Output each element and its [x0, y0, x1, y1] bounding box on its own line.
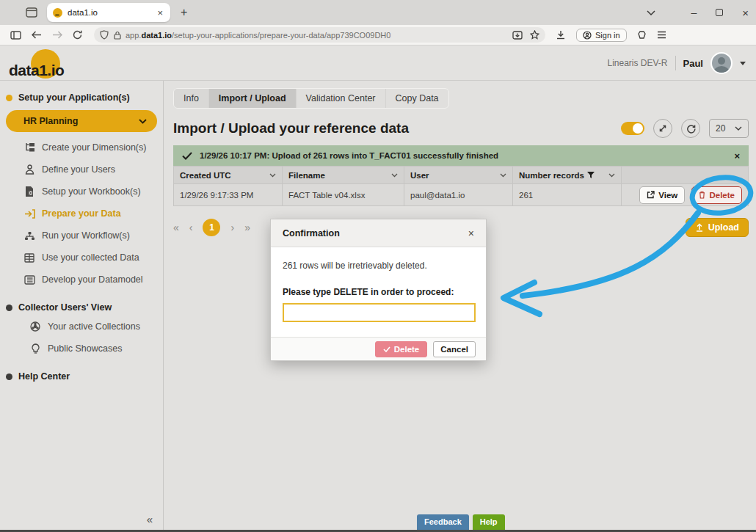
back-button[interactable] — [32, 31, 42, 39]
check-icon — [182, 152, 192, 160]
browser-tab-bar: data1.io × + – × — [0, 0, 756, 25]
upload-icon — [695, 223, 704, 232]
cell-user: paul@data1.io — [404, 184, 513, 206]
uploads-table: Created UTC Filename User Number records… — [173, 166, 749, 206]
view-button[interactable]: View — [639, 186, 685, 204]
new-tab-button[interactable]: + — [181, 6, 187, 19]
delete-confirm-input[interactable] — [283, 303, 476, 322]
help-button[interactable]: Help — [473, 514, 505, 530]
app-menu-icon[interactable] — [657, 31, 666, 39]
app-logo[interactable]: data1.io — [9, 51, 75, 79]
reload-button[interactable] — [73, 30, 82, 40]
page-current[interactable]: 1 — [203, 219, 220, 236]
logo-text: data1.io — [9, 62, 64, 79]
window-minimize-button[interactable]: – — [691, 7, 697, 18]
table-row: 1/29/26 9:17:33 PM FACT Table v04.xlsx p… — [174, 184, 749, 206]
user-name: Paul — [683, 58, 703, 69]
upload-button[interactable]: Upload — [686, 218, 749, 237]
sidebar-item-public-showcases[interactable]: Public Showcases — [0, 338, 163, 360]
banner-close-icon[interactable]: × — [734, 150, 740, 161]
page-prev-button[interactable]: ‹ — [189, 222, 193, 233]
sidebar-item-prepare-data[interactable]: Prepare your Data — [0, 203, 163, 225]
dimensions-icon — [23, 142, 35, 153]
content-tabs: Info Import / Upload Validation Center C… — [173, 88, 449, 109]
expand-button[interactable] — [653, 119, 672, 138]
signin-button[interactable]: Sign in — [576, 29, 627, 42]
col-header-number-records[interactable]: Number records — [513, 167, 622, 184]
modal-cancel-button[interactable]: Cancel — [433, 341, 476, 357]
page-next-button[interactable]: › — [230, 222, 234, 233]
workbooks-icon — [23, 186, 35, 197]
success-banner: 1/29/26 10:17 PM: Upload of 261 rows int… — [173, 145, 749, 166]
forward-button[interactable] — [52, 31, 62, 39]
sidebar-item-create-dimensions[interactable]: Create your Dimension(s) — [0, 136, 163, 158]
section-bullet-icon — [6, 95, 12, 101]
datamodel-icon — [23, 275, 35, 285]
tab-list-chevron-icon[interactable] — [647, 10, 655, 15]
sidebar-section-collector: Collector Users' View — [6, 302, 163, 313]
page-size-select[interactable]: 20 — [709, 119, 749, 138]
sidebar-item-run-workflows[interactable]: Run your Workflow(s) — [0, 225, 163, 247]
col-header-created-utc[interactable]: Created UTC — [174, 167, 283, 184]
check-icon — [383, 346, 390, 352]
sidebar-toggle-icon[interactable] — [10, 31, 21, 40]
tab-validation-center[interactable]: Validation Center — [297, 89, 386, 108]
window-close-button[interactable]: × — [742, 7, 749, 19]
section-bullet-icon — [6, 305, 12, 311]
sidebar-item-setup-workbooks[interactable]: Setup your Workbook(s) — [0, 181, 163, 203]
sidebar: Setup your Application(s) HR Planning Cr… — [0, 81, 164, 530]
toolbar-right-icons: Sign in — [556, 29, 666, 42]
avatar[interactable] — [710, 52, 733, 74]
sidebar-collapse-button[interactable]: « — [147, 513, 153, 525]
save-page-icon[interactable] — [512, 31, 523, 40]
auto-refresh-toggle[interactable] — [621, 122, 644, 135]
delete-button[interactable]: Delete — [691, 186, 742, 204]
col-header-actions — [622, 167, 749, 184]
collections-icon — [29, 321, 41, 332]
extensions-icon[interactable] — [637, 30, 647, 40]
browser-tab[interactable]: data1.io × — [47, 3, 170, 22]
address-bar[interactable]: app.data1.io/setup-your-applications/pre… — [94, 27, 545, 43]
app-selector-hr-planning[interactable]: HR Planning — [6, 110, 157, 132]
window-maximize-button[interactable] — [716, 9, 723, 16]
filter-icon[interactable] — [587, 172, 595, 178]
sidebar-section-help: Help Center — [6, 371, 163, 382]
lock-icon[interactable] — [114, 31, 121, 40]
tab-copy-data[interactable]: Copy Data — [386, 89, 448, 108]
chevron-down-icon — [608, 173, 615, 178]
users-icon — [23, 164, 35, 175]
shield-icon[interactable] — [100, 30, 109, 40]
user-menu-caret-icon[interactable] — [740, 62, 746, 65]
col-header-filename[interactable]: Filename — [283, 167, 404, 184]
app-header: data1.io Linearis DEV-R Paul — [0, 45, 756, 81]
bookmark-star-icon[interactable] — [530, 30, 539, 40]
modal-close-icon[interactable]: × — [468, 227, 474, 239]
banner-message: 1/29/26 10:17 PM: Upload of 261 rows int… — [200, 151, 727, 160]
tab-import-upload[interactable]: Import / Upload — [209, 89, 297, 108]
browser-toolbar: app.data1.io/setup-your-applications/pre… — [0, 25, 756, 45]
firefox-view-icon[interactable] — [22, 4, 41, 21]
modal-delete-button[interactable]: Delete — [375, 341, 428, 357]
downloads-icon[interactable] — [556, 30, 566, 40]
col-header-user[interactable]: User — [404, 167, 513, 184]
chevron-down-icon — [269, 173, 276, 178]
external-link-icon — [647, 191, 655, 199]
sidebar-item-develop-datamodel[interactable]: Develop your Datamodel — [0, 269, 163, 291]
chevron-down-icon — [391, 173, 398, 178]
sidebar-item-use-collected-data[interactable]: Use your collected Data — [0, 247, 163, 269]
cell-created-utc: 1/29/26 9:17:33 PM — [174, 184, 283, 206]
tab-close-icon[interactable]: × — [156, 7, 164, 18]
refresh-button[interactable] — [681, 119, 700, 138]
url-text: app.data1.io/setup-your-applications/pre… — [126, 31, 390, 40]
workflows-icon — [23, 231, 35, 241]
page-first-button[interactable]: « — [173, 222, 179, 233]
sidebar-item-define-users[interactable]: Define your Users — [0, 158, 163, 181]
footer-buttons: Feedback Help — [417, 514, 505, 530]
feedback-button[interactable]: Feedback — [417, 514, 469, 530]
tab-info[interactable]: Info — [174, 89, 209, 108]
sidebar-item-active-collections[interactable]: Your active Collections — [0, 316, 163, 338]
modal-message: 261 rows will be irretrievably deleted. — [283, 260, 474, 271]
page-last-button[interactable]: » — [244, 222, 250, 233]
tab-title: data1.io — [68, 8, 156, 17]
showcases-icon — [29, 343, 41, 354]
